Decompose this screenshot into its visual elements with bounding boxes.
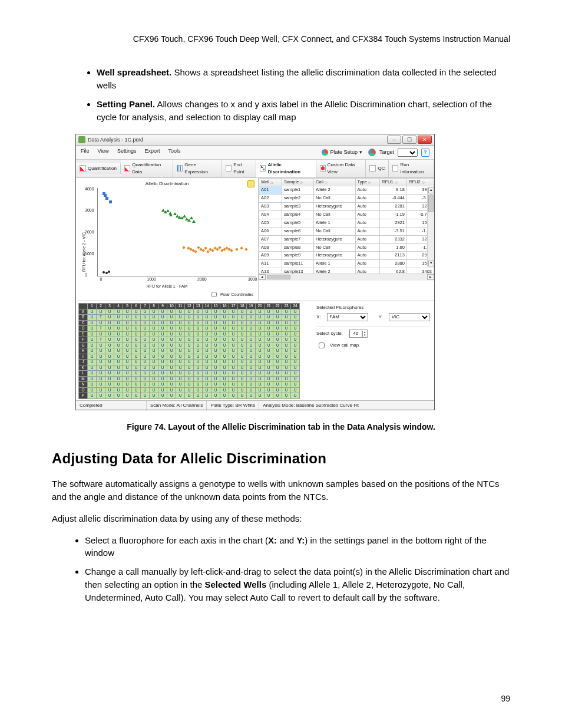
tab-allelic-discrimination[interactable]: Allelic Discrimination bbox=[256, 160, 316, 177]
well-cell[interactable]: U bbox=[229, 348, 238, 354]
row-header[interactable]: O bbox=[79, 387, 88, 393]
well-cell[interactable]: U bbox=[150, 382, 158, 388]
table-row[interactable]: A04sample4No CallAuto-1.19-0.793 bbox=[259, 211, 434, 219]
well-cell[interactable]: U bbox=[105, 371, 114, 377]
well-cell[interactable]: U bbox=[132, 371, 141, 377]
col-header[interactable]: 22 bbox=[273, 304, 282, 309]
chart-plot-area[interactable]: 4000 3000 2000 1000 0 0 1000 2000 3000 bbox=[97, 188, 256, 276]
well-cell[interactable]: U bbox=[105, 354, 114, 360]
well-cell[interactable]: U bbox=[167, 365, 176, 371]
well-cell[interactable]: T bbox=[97, 315, 105, 321]
well-cell[interactable]: U bbox=[203, 382, 211, 388]
well-cell[interactable]: U bbox=[132, 309, 141, 315]
well-cell[interactable]: U bbox=[105, 309, 114, 315]
well-cell[interactable]: U bbox=[123, 348, 132, 354]
well-cell[interactable]: U bbox=[229, 309, 238, 315]
well-cell[interactable]: U bbox=[176, 348, 185, 354]
well-cell[interactable]: U bbox=[265, 337, 273, 343]
table-row[interactable]: A05sample5Allele 1Auto29211521 bbox=[259, 219, 434, 227]
well-cell[interactable]: U bbox=[273, 331, 282, 337]
well-cell[interactable]: U bbox=[247, 371, 256, 377]
well-cell[interactable]: U bbox=[141, 348, 150, 354]
well-cell[interactable]: U bbox=[123, 337, 132, 343]
row-header[interactable]: E bbox=[79, 331, 88, 337]
scroll-thumb-h[interactable] bbox=[267, 275, 290, 279]
y-fluorophore-select[interactable]: VIC bbox=[389, 313, 430, 321]
well-cell[interactable]: U bbox=[256, 331, 265, 337]
well-cell[interactable]: U bbox=[150, 371, 158, 377]
well-cell[interactable]: U bbox=[203, 371, 211, 377]
well-cell[interactable]: U bbox=[105, 348, 114, 354]
well-cell[interactable]: U bbox=[282, 354, 291, 360]
col-header[interactable]: 4 bbox=[114, 304, 123, 309]
well-cell[interactable]: U bbox=[265, 365, 273, 371]
row-header[interactable]: I bbox=[79, 354, 88, 360]
well-cell[interactable]: U bbox=[194, 348, 203, 354]
scroll-down-arrow[interactable]: ▾ bbox=[428, 261, 434, 266]
cycle-spinner[interactable]: ▴▾ bbox=[349, 330, 368, 338]
well-cell[interactable]: U bbox=[141, 382, 150, 388]
col-call[interactable]: Call◇ bbox=[314, 178, 356, 186]
table-row[interactable]: A06sample6No CallAuto-3.51-1.75 bbox=[259, 227, 434, 235]
well-cell[interactable]: U bbox=[238, 354, 247, 360]
menu-tools[interactable]: Tools bbox=[168, 147, 180, 157]
plate-setup-button[interactable]: Plate Setup ▾ bbox=[319, 147, 365, 157]
well-cell[interactable]: U bbox=[203, 365, 211, 371]
well-cell[interactable]: U bbox=[220, 331, 229, 337]
well-cell[interactable]: U bbox=[141, 360, 150, 365]
well-cell[interactable]: U bbox=[265, 348, 273, 354]
well-cell[interactable]: U bbox=[176, 376, 185, 382]
well-cell[interactable]: U bbox=[273, 320, 282, 326]
well-cell[interactable]: U bbox=[194, 360, 203, 365]
well-cell[interactable]: U bbox=[291, 382, 300, 388]
well-cell[interactable]: U bbox=[97, 360, 105, 365]
well-cell[interactable]: U bbox=[247, 393, 256, 399]
well-cell[interactable]: U bbox=[229, 360, 238, 365]
well-cell[interactable]: U bbox=[123, 376, 132, 382]
well-cell[interactable]: U bbox=[88, 360, 97, 365]
row-header[interactable]: J bbox=[79, 360, 88, 365]
well-cell[interactable]: U bbox=[229, 342, 238, 348]
row-header[interactable]: A bbox=[79, 309, 88, 315]
col-header[interactable]: 12 bbox=[185, 304, 194, 309]
tab-quantification-data[interactable]: Quantification Data bbox=[121, 160, 173, 177]
well-cell[interactable]: U bbox=[150, 315, 158, 321]
well-cell[interactable]: U bbox=[238, 309, 247, 315]
well-cell[interactable]: U bbox=[88, 320, 97, 326]
well-cell[interactable]: U bbox=[88, 342, 97, 348]
well-cell[interactable]: U bbox=[132, 326, 141, 332]
well-cell[interactable]: U bbox=[273, 354, 282, 360]
tab-gene-expression[interactable]: Gene Expression bbox=[173, 160, 222, 177]
well-cell[interactable]: U bbox=[238, 360, 247, 365]
well-cell[interactable]: U bbox=[247, 387, 256, 393]
data-point[interactable] bbox=[211, 249, 214, 252]
well-cell[interactable]: U bbox=[203, 331, 211, 337]
tab-end-point[interactable]: End Point bbox=[222, 160, 256, 177]
well-cell[interactable]: U bbox=[220, 371, 229, 377]
col-header[interactable]: 23 bbox=[282, 304, 291, 309]
data-point[interactable] bbox=[218, 246, 222, 249]
well-cell[interactable]: U bbox=[247, 382, 256, 388]
well-cell[interactable]: U bbox=[247, 337, 256, 343]
well-cell[interactable]: U bbox=[273, 315, 282, 321]
well-cell[interactable]: U bbox=[105, 320, 114, 326]
well-cell[interactable]: U bbox=[291, 387, 300, 393]
well-cell[interactable]: U bbox=[158, 371, 167, 377]
well-cell[interactable]: U bbox=[220, 354, 229, 360]
well-cell[interactable]: U bbox=[282, 326, 291, 332]
well-cell[interactable]: U bbox=[282, 393, 291, 399]
well-cell[interactable]: U bbox=[220, 382, 229, 388]
well-cell[interactable]: U bbox=[114, 376, 123, 382]
well-cell[interactable]: U bbox=[211, 342, 220, 348]
well-cell[interactable]: U bbox=[167, 342, 176, 348]
well-cell[interactable]: U bbox=[176, 309, 185, 315]
well-cell[interactable]: U bbox=[211, 365, 220, 371]
well-cell[interactable]: U bbox=[238, 315, 247, 321]
well-cell[interactable]: U bbox=[247, 326, 256, 332]
well-cell[interactable]: U bbox=[167, 337, 176, 343]
well-cell[interactable]: U bbox=[176, 371, 185, 377]
close-button[interactable]: ✕ bbox=[418, 136, 432, 144]
minimize-button[interactable]: – bbox=[387, 136, 401, 144]
well-cell[interactable]: U bbox=[229, 393, 238, 399]
well-cell[interactable]: U bbox=[282, 320, 291, 326]
